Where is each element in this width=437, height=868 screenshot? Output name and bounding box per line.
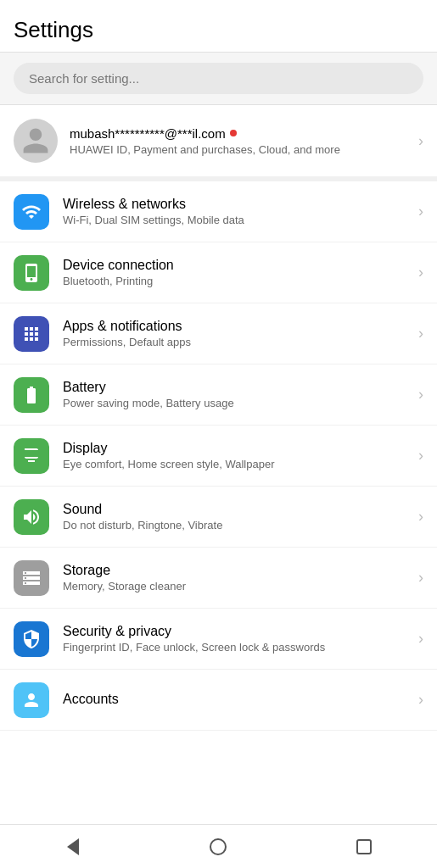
- security-text: Security & privacy Fingerprint ID, Face …: [63, 624, 412, 654]
- security-icon: [14, 621, 49, 657]
- security-chevron-icon: ›: [418, 630, 423, 648]
- recents-icon: [356, 839, 372, 854]
- storage-chevron-icon: ›: [418, 569, 423, 587]
- apps-icon: [14, 316, 49, 352]
- back-button[interactable]: [52, 826, 94, 868]
- device-title: Device connection: [63, 258, 412, 273]
- storage-text: Storage Memory, Storage cleaner: [63, 563, 412, 593]
- accounts-text: Accounts: [63, 692, 412, 709]
- search-container: [0, 53, 437, 105]
- battery-chevron-icon: ›: [418, 386, 423, 403]
- device-chevron-icon: ›: [418, 264, 423, 281]
- sound-text: Sound Do not disturb, Ringtone, Vibrate: [63, 502, 412, 531]
- settings-list: Wireless & networks Wi-Fi, Dual SIM sett…: [0, 181, 437, 731]
- settings-header: Settings: [0, 0, 437, 53]
- sound-title: Sound: [63, 502, 412, 517]
- page-title: Settings: [14, 17, 93, 42]
- nav-bar: [0, 824, 437, 868]
- display-chevron-icon: ›: [418, 447, 423, 465]
- settings-item-accounts[interactable]: Accounts ›: [0, 670, 437, 731]
- home-button[interactable]: [197, 826, 239, 868]
- home-icon: [210, 838, 227, 855]
- apps-text: Apps & notifications Permissions, Defaul…: [63, 319, 412, 348]
- account-info: mubash**********@***il.com HUAWEI ID, Pa…: [70, 126, 412, 156]
- storage-subtitle: Memory, Storage cleaner: [63, 580, 412, 593]
- search-input[interactable]: [14, 63, 423, 94]
- apps-title: Apps & notifications: [63, 319, 412, 334]
- device-subtitle: Bluetooth, Printing: [63, 275, 412, 287]
- apps-chevron-icon: ›: [418, 325, 423, 342]
- wireless-chevron-icon: ›: [418, 203, 423, 220]
- account-subtitle: HUAWEI ID, Payment and purchases, Cloud,…: [70, 143, 412, 156]
- account-section[interactable]: mubash**********@***il.com HUAWEI ID, Pa…: [0, 105, 437, 181]
- settings-item-security[interactable]: Security & privacy Fingerprint ID, Face …: [0, 609, 437, 670]
- settings-item-apps[interactable]: Apps & notifications Permissions, Defaul…: [0, 303, 437, 364]
- settings-item-storage[interactable]: Storage Memory, Storage cleaner ›: [0, 548, 437, 609]
- accounts-chevron-icon: ›: [418, 691, 423, 709]
- display-icon: [14, 438, 49, 474]
- sound-icon: [14, 499, 49, 535]
- account-email: mubash**********@***il.com: [70, 126, 412, 141]
- recents-button[interactable]: [343, 826, 385, 868]
- settings-item-display[interactable]: Display Eye comfort, Home screen style, …: [0, 426, 437, 487]
- settings-item-battery[interactable]: Battery Power saving mode, Battery usage…: [0, 364, 437, 426]
- storage-title: Storage: [63, 563, 412, 578]
- device-text: Device connection Bluetooth, Printing: [63, 258, 412, 287]
- display-text: Display Eye comfort, Home screen style, …: [63, 441, 412, 470]
- apps-subtitle: Permissions, Default apps: [63, 336, 412, 348]
- battery-text: Battery Power saving mode, Battery usage: [63, 380, 412, 409]
- accounts-title: Accounts: [63, 692, 412, 707]
- wireless-title: Wireless & networks: [63, 197, 412, 212]
- wireless-text: Wireless & networks Wi-Fi, Dual SIM sett…: [63, 197, 412, 226]
- wireless-icon: [14, 194, 49, 230]
- settings-item-wireless[interactable]: Wireless & networks Wi-Fi, Dual SIM sett…: [0, 181, 437, 242]
- account-chevron-icon: ›: [418, 132, 423, 150]
- security-subtitle: Fingerprint ID, Face unlock, Screen lock…: [63, 641, 412, 654]
- display-title: Display: [63, 441, 412, 456]
- online-indicator: [230, 130, 237, 136]
- battery-subtitle: Power saving mode, Battery usage: [63, 397, 412, 409]
- security-title: Security & privacy: [63, 624, 412, 639]
- device-icon: [14, 255, 49, 291]
- back-icon: [67, 838, 79, 855]
- sound-subtitle: Do not disturb, Ringtone, Vibrate: [63, 519, 412, 531]
- accounts-icon: [14, 682, 49, 718]
- display-subtitle: Eye comfort, Home screen style, Wallpape…: [63, 458, 412, 470]
- avatar: [14, 119, 58, 163]
- wireless-subtitle: Wi-Fi, Dual SIM settings, Mobile data: [63, 214, 412, 226]
- battery-icon: [14, 377, 49, 413]
- settings-item-device[interactable]: Device connection Bluetooth, Printing ›: [0, 242, 437, 303]
- battery-title: Battery: [63, 380, 412, 395]
- sound-chevron-icon: ›: [418, 508, 423, 526]
- settings-item-sound[interactable]: Sound Do not disturb, Ringtone, Vibrate …: [0, 487, 437, 548]
- storage-icon: [14, 560, 49, 596]
